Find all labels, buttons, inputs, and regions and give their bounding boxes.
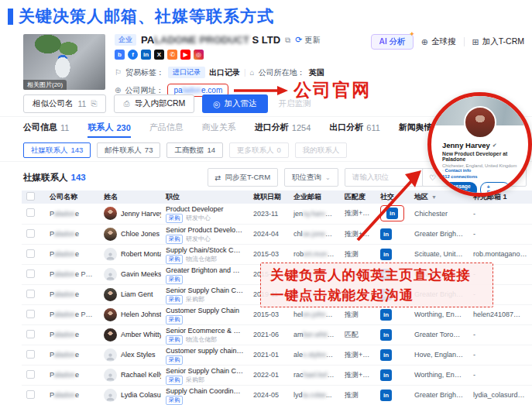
tab-2[interactable]: 联系人230 bbox=[88, 117, 130, 138]
position-cell: Senior Ecommerce & Supply Cha...采购物流仓储部 bbox=[161, 324, 249, 345]
job-query-dropdown[interactable]: 职位查询⌄ bbox=[284, 168, 338, 187]
name-cell: Alex Styles bbox=[99, 345, 161, 365]
phone-icon[interactable]: ✆ bbox=[167, 50, 177, 60]
start-monitor-button[interactable]: 开启监测 bbox=[276, 95, 314, 112]
column-header: 公司名称 bbox=[45, 190, 99, 204]
linkedin-icon[interactable]: in bbox=[380, 390, 392, 401]
role-tag: 采购 bbox=[166, 315, 183, 324]
position-title: Senior Supply Chain Coordinator bbox=[166, 287, 244, 295]
company-info: 企业 PALADONE PRODUCT S LTD ⧉ ⟳更新 bfinX✆▶◎… bbox=[115, 33, 401, 97]
join-tcrm-button[interactable]: ⊞加入T-CRM bbox=[472, 36, 524, 47]
location-icon: ⌂ bbox=[250, 68, 255, 77]
tab-label: 出口分析 bbox=[329, 122, 363, 133]
linkedin-icon[interactable]: in bbox=[380, 249, 392, 260]
row-checkbox[interactable] bbox=[26, 229, 35, 238]
row-checkbox[interactable] bbox=[26, 330, 35, 338]
hire-date-cell: 2022-01 bbox=[249, 365, 289, 385]
chip-1[interactable]: 社媒联系人143 bbox=[23, 142, 91, 158]
chip-5[interactable]: 我的联系人 bbox=[295, 142, 348, 158]
position-cell: Supply Chain Coordinator采购 bbox=[161, 385, 249, 405]
row-select-cell bbox=[22, 345, 45, 365]
row-checkbox[interactable] bbox=[26, 310, 35, 318]
contact-name[interactable]: Chloe Jones bbox=[121, 230, 160, 238]
blog-icon[interactable]: b bbox=[115, 50, 125, 60]
contact-name[interactable]: Rachael Kelly bbox=[121, 371, 161, 379]
youtube-icon[interactable]: ▶ bbox=[180, 50, 190, 60]
verified-icon: ✔ bbox=[493, 142, 497, 149]
email-cell: jenny.harveya... bbox=[289, 204, 340, 224]
chip-4[interactable]: 更多联系人0 bbox=[229, 142, 289, 158]
chip-count: 0 bbox=[277, 146, 281, 156]
copy-icon[interactable]: ⧉ bbox=[285, 36, 290, 45]
profile-headline: New Product Developer at Paladone bbox=[442, 151, 519, 162]
contact-info-link[interactable]: Contact info bbox=[445, 168, 472, 173]
import-record-tag[interactable]: 进口记录 bbox=[168, 67, 205, 78]
contact-name[interactable]: Amber Whitty bbox=[121, 331, 161, 338]
row-checkbox[interactable] bbox=[26, 350, 35, 359]
tab-5[interactable]: 进口分析1254 bbox=[255, 117, 311, 138]
position-title: Senior Ecommerce & Supply Cha... bbox=[166, 327, 244, 335]
match-level-cell: 推测+验证 bbox=[340, 345, 376, 365]
social-icons-row: bfinX✆▶◎ bbox=[115, 50, 401, 61]
contact-name[interactable]: Alex Styles bbox=[121, 351, 156, 359]
chip-3[interactable]: 工商数据14 bbox=[166, 142, 223, 158]
chip-count: 143 bbox=[71, 146, 84, 156]
row-checkbox[interactable] bbox=[26, 290, 35, 298]
profile-callout-arrow bbox=[341, 159, 441, 248]
annotation-line-2: 一键点击就能发起沟通 bbox=[270, 286, 493, 304]
select-all-checkbox[interactable] bbox=[26, 192, 35, 201]
row-select-cell bbox=[22, 244, 45, 264]
tab-1[interactable]: 公司信息11 bbox=[23, 117, 69, 138]
ai-analysis-button[interactable]: AI 分析✦ bbox=[371, 34, 413, 50]
contact-name[interactable]: Jenny Harvey bbox=[121, 210, 161, 218]
linkedin-icon[interactable]: in bbox=[380, 349, 392, 361]
row-checkbox[interactable] bbox=[26, 390, 35, 399]
select-all-header bbox=[22, 190, 45, 204]
avatar bbox=[104, 308, 117, 321]
refresh-button[interactable]: ⟳更新 bbox=[295, 35, 320, 46]
x-icon[interactable]: X bbox=[154, 50, 164, 60]
contact-name[interactable]: Robert Monta... bbox=[121, 250, 161, 258]
linkedin-icon[interactable]: in bbox=[141, 50, 151, 60]
row-checkbox[interactable] bbox=[26, 370, 35, 379]
contact-name[interactable]: Lydia Colasurdo bbox=[121, 391, 161, 399]
row-checkbox[interactable] bbox=[26, 208, 35, 217]
header-actions: AI 分析✦ ⊕全球搜 ⊞加入T-CRM bbox=[371, 34, 524, 50]
linkedin-profile-callout: Jenny Harvey✔ New Product Developer at P… bbox=[427, 92, 532, 197]
company-photo[interactable]: 相关图片(20) bbox=[23, 34, 105, 90]
chip-2[interactable]: 邮件联系人73 bbox=[97, 142, 160, 158]
contact-name[interactable]: Gavin Meeks bbox=[121, 270, 161, 278]
department-label: 物流仓储部 bbox=[186, 256, 217, 263]
row-checkbox[interactable] bbox=[26, 249, 35, 258]
tab-3[interactable]: 产品信息 bbox=[149, 117, 184, 138]
document-icon: ⎘ bbox=[91, 99, 97, 108]
import-crm-button[interactable]: ⎙ 导入内部CRM bbox=[114, 94, 194, 113]
contact-name[interactable]: Helen Johnstone bbox=[121, 311, 161, 318]
role-tag: 采购 bbox=[166, 335, 183, 345]
similar-companies-button[interactable]: 相似公司名11 ⎘ bbox=[23, 94, 106, 113]
role-tag: 采购 bbox=[166, 376, 183, 385]
position-title: Greater Brighton and Hove Area bbox=[166, 266, 244, 275]
global-search-button[interactable]: ⊕全球搜 bbox=[421, 36, 456, 47]
row-checkbox[interactable] bbox=[26, 269, 35, 278]
linkedin-icon[interactable]: in bbox=[380, 309, 392, 321]
email-cell: amber.whitto... bbox=[289, 324, 340, 345]
export-record-tag[interactable]: 出口记录 bbox=[209, 67, 240, 78]
contact-name[interactable]: Liam Gent bbox=[121, 290, 153, 298]
divider: | bbox=[244, 68, 246, 77]
sync-tcrm-button[interactable]: ⇄同步至T-CRM bbox=[208, 168, 279, 187]
facebook-icon[interactable]: f bbox=[128, 50, 138, 60]
tab-count: 1254 bbox=[292, 123, 311, 132]
linkedin-icon[interactable]: in bbox=[380, 329, 392, 341]
email-cell: lydia.colas... bbox=[289, 385, 340, 405]
tab-6[interactable]: 出口分析611 bbox=[329, 117, 380, 138]
global-search-icon: ⊕ bbox=[421, 37, 428, 47]
table-row: PaladoneAlex StylesCustomer supply chain… bbox=[22, 345, 532, 365]
linkedin-icon[interactable]: in bbox=[380, 369, 392, 381]
add-radar-button[interactable]: ◎ 加入雷达 bbox=[202, 94, 267, 113]
instagram-icon[interactable]: ◎ bbox=[194, 50, 204, 60]
hire-date-cell: 2023-11 bbox=[249, 204, 289, 224]
department-label: 物流仓储部 bbox=[186, 336, 217, 344]
tab-4[interactable]: 商业关系 bbox=[202, 117, 236, 138]
position-title: Senior Product Developer bbox=[166, 226, 244, 235]
